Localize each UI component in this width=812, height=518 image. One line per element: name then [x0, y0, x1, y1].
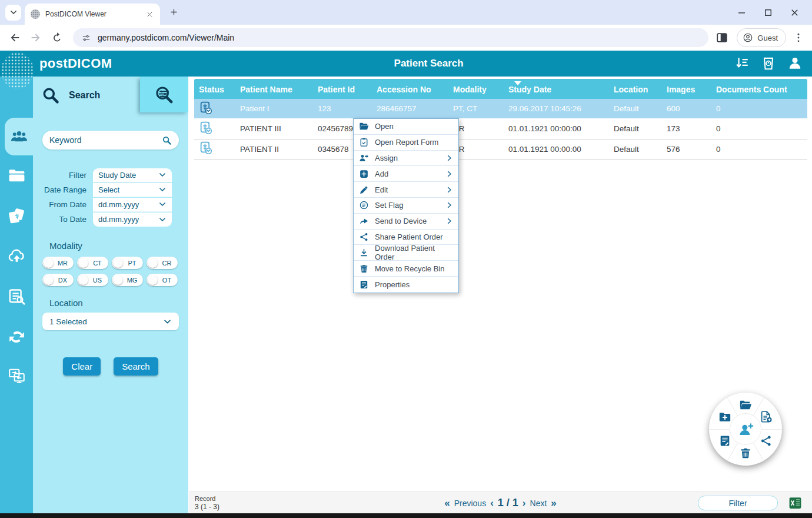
site-settings-icon[interactable]	[81, 33, 91, 43]
column-header-location[interactable]: Location	[614, 79, 667, 99]
modality-toggle-mg[interactable]: MG	[112, 274, 143, 286]
edit-icon	[359, 185, 369, 195]
close-icon[interactable]	[789, 7, 800, 18]
radial-assign-user-button[interactable]	[730, 414, 761, 444]
profile-button[interactable]: Guest	[737, 28, 786, 47]
sidebar-item-devices[interactable]	[0, 357, 33, 393]
toggle-knob	[44, 258, 54, 268]
tab-search-button[interactable]	[5, 5, 21, 21]
last-page-icon[interactable]: »	[551, 497, 556, 509]
sort-order-button[interactable]	[734, 55, 750, 71]
tab-advanced-search[interactable]	[140, 77, 188, 112]
sidebar-item-images[interactable]	[0, 198, 33, 234]
cell-location: Default	[614, 145, 667, 154]
filter-button[interactable]: Filter	[698, 496, 778, 510]
modality-toggle-dx[interactable]: DX	[42, 274, 74, 286]
keyword-search-icon[interactable]	[162, 135, 172, 145]
back-icon[interactable]	[8, 31, 21, 44]
menu-item-open-report-form[interactable]: Open Report Form	[354, 135, 458, 151]
modality-toggle-pt[interactable]: PT	[112, 257, 143, 269]
menu-item-assign[interactable]: Assign	[354, 151, 458, 167]
sidebar-item-upload[interactable]	[0, 238, 33, 274]
modality-toggle-ot[interactable]: OT	[147, 274, 178, 286]
radial-properties-button[interactable]	[718, 434, 731, 447]
modality-label-ot: OT	[158, 277, 178, 284]
keyword-input[interactable]	[49, 135, 162, 145]
record-label: Record	[195, 494, 219, 503]
next-arrow-icon[interactable]: ›	[523, 497, 526, 509]
table-row[interactable]: PATIENT III02456789CR01.01.1921 00:00:00…	[194, 119, 807, 139]
maximize-icon[interactable]	[763, 7, 774, 18]
column-header-patient-id[interactable]: Patient Id	[318, 79, 377, 99]
tab-close-icon[interactable]	[145, 10, 154, 19]
forward-icon[interactable]	[29, 31, 42, 44]
side-panel-icon[interactable]	[716, 31, 728, 44]
menu-item-download-patient-order[interactable]: Download Patient Order	[354, 245, 458, 261]
filter-select[interactable]: Study Date	[93, 168, 172, 182]
from-date-value: dd.mm.yyyy	[98, 200, 139, 209]
status-cell	[199, 141, 240, 157]
menu-item-properties[interactable]: Properties	[354, 277, 458, 293]
column-header-modality[interactable]: Modality	[453, 79, 508, 99]
column-header-study-date[interactable]: Study Date	[508, 79, 614, 99]
export-excel-icon[interactable]	[788, 496, 803, 510]
date-range-select[interactable]: Select	[93, 183, 172, 197]
menu-item-set-flag[interactable]: Set Flag	[354, 198, 458, 214]
radial-add-report-button[interactable]	[760, 410, 773, 423]
record-count: Record 3 (1 - 3)	[195, 494, 219, 512]
next-page-button[interactable]: Next	[530, 499, 547, 508]
page-indicator: 1 / 1	[498, 497, 518, 509]
radial-delete-button[interactable]	[739, 447, 752, 460]
browser-menu-icon[interactable]	[793, 32, 804, 44]
to-date-select[interactable]: dd.mm.yyyy	[93, 212, 172, 227]
radial-share-button[interactable]	[760, 434, 773, 447]
menu-item-edit[interactable]: Edit	[354, 182, 458, 198]
radial-open-button[interactable]	[739, 399, 752, 411]
menu-item-move-to-recycle-bin[interactable]: Move to Recycle Bin	[354, 261, 458, 277]
new-tab-button[interactable]	[167, 5, 181, 19]
account-button[interactable]	[787, 55, 803, 71]
table-row[interactable]: Patient I123286466757PT, CT29.06.2017 10…	[194, 99, 807, 119]
url-bar[interactable]: germany.postdicom.com/Viewer/Main	[73, 28, 708, 47]
sidebar-item-folders[interactable]	[0, 158, 33, 193]
modality-label-mg: MG	[123, 277, 143, 284]
sidebar-item-worklist[interactable]	[0, 278, 33, 314]
column-header-accession-no[interactable]: Accession No	[377, 79, 453, 99]
modality-toggle-us[interactable]: US	[77, 274, 108, 286]
column-header-patient-name[interactable]: Patient Name	[240, 79, 318, 99]
modality-label-dx: DX	[54, 277, 74, 284]
sidebar-item-patients[interactable]	[5, 118, 33, 155]
previous-page-button[interactable]: Previous	[454, 499, 486, 508]
first-page-icon[interactable]: «	[444, 497, 450, 509]
column-header-images[interactable]: Images	[667, 79, 716, 99]
reload-icon[interactable]	[51, 31, 64, 44]
location-select[interactable]: 1 Selected	[42, 313, 179, 330]
prev-arrow-icon[interactable]: ‹	[490, 497, 494, 509]
clear-button[interactable]: Clear	[63, 357, 101, 376]
search-button[interactable]: Search	[114, 357, 158, 376]
menu-item-share-patient-order[interactable]: Share Patient Order	[354, 230, 458, 245]
modality-toggle-cr[interactable]: CR	[147, 257, 178, 269]
recycle-bin-button[interactable]	[761, 55, 776, 71]
tab-search[interactable]: Search	[41, 84, 135, 107]
modality-label-us: US	[88, 277, 108, 284]
minimize-icon[interactable]	[736, 7, 747, 18]
transfer-icon	[8, 366, 26, 384]
sidebar-item-sync[interactable]	[0, 319, 33, 354]
toggle-knob	[78, 275, 88, 285]
column-label: Documents Count	[716, 85, 787, 94]
menu-item-open[interactable]: Open	[354, 119, 458, 135]
modality-toggle-ct[interactable]: CT	[77, 257, 108, 269]
toggle-knob	[148, 275, 158, 285]
results-footer: Record 3 (1 - 3) « Previous ‹ 1 / 1 › Ne…	[189, 492, 812, 513]
column-header-status[interactable]: Status	[199, 79, 240, 99]
column-header-documents-count[interactable]: Documents Count	[716, 79, 807, 99]
browser-tab[interactable]: PostDICOM Viewer	[25, 4, 160, 25]
radial-add-folder-button[interactable]	[718, 410, 731, 423]
properties-icon	[359, 280, 369, 290]
menu-item-send-to-device[interactable]: Send to Device	[354, 214, 458, 230]
modality-toggle-mr[interactable]: MR	[42, 257, 74, 269]
from-date-select[interactable]: dd.mm.yyyy	[93, 198, 172, 212]
table-row[interactable]: PATIENT II0345678CR01.01.1921 00:00:00De…	[194, 140, 807, 160]
menu-item-add[interactable]: Add	[354, 166, 458, 182]
